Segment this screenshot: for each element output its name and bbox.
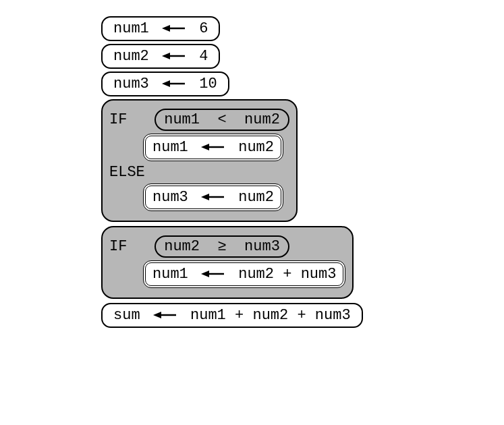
cond-op: < [217,111,226,128]
value: num2 [238,189,274,206]
assign-block: num2 4 [101,44,220,69]
keyword-if: IF [109,238,142,255]
assign-arrow-icon [162,79,186,88]
assign-arrow-icon [162,24,186,33]
keyword-else: ELSE [109,164,145,181]
cond-left: num2 [164,238,200,255]
cond-right: num3 [244,238,280,255]
var-name: sum [113,307,140,324]
assign-arrow-icon [201,269,225,279]
else-body: num3 num2 [143,183,283,211]
svg-marker-13 [153,312,161,318]
value: 6 [199,20,208,37]
svg-marker-7 [201,144,209,150]
value: num2 [238,139,274,156]
if-else-block: IF num1 < num2 num1 num2 ELSE num3 [101,99,298,222]
assign-block: num3 10 [101,72,229,96]
then-body: num1 num2 + num3 [143,260,345,288]
assign-arrow-icon [153,310,177,320]
var-name: num2 [113,48,149,65]
svg-marker-9 [201,194,209,200]
var-name: num1 [152,139,188,156]
assign-block: num1 6 [101,16,220,41]
assign-arrow-icon [162,51,186,61]
value: num2 + num3 [238,266,336,283]
cond-left: num1 [164,111,200,128]
condition: num1 < num2 [155,109,289,131]
value: num1 + num2 + num3 [190,307,351,324]
var-name: num1 [152,266,188,283]
condition: num2 ≥ num3 [155,235,289,258]
cond-op: ≥ [217,238,226,255]
var-name: num3 [113,76,149,92]
then-body: num1 num2 [143,134,283,161]
svg-marker-1 [162,25,170,32]
block-program: num1 6 num2 4 num3 10 IF num1 < num2 [0,0,504,331]
value: 4 [199,48,208,65]
var-name: num1 [113,20,149,37]
if-block: IF num2 ≥ num3 num1 num2 + num3 [101,226,354,299]
assign-arrow-icon [201,192,225,202]
svg-marker-11 [201,271,209,277]
var-name: num3 [152,189,188,206]
keyword-if: IF [109,111,142,128]
svg-marker-5 [162,80,170,87]
assign-block: sum num1 + num2 + num3 [101,303,363,328]
value: 10 [199,76,217,92]
cond-right: num2 [244,111,280,128]
svg-marker-3 [162,53,170,59]
assign-arrow-icon [201,142,225,152]
